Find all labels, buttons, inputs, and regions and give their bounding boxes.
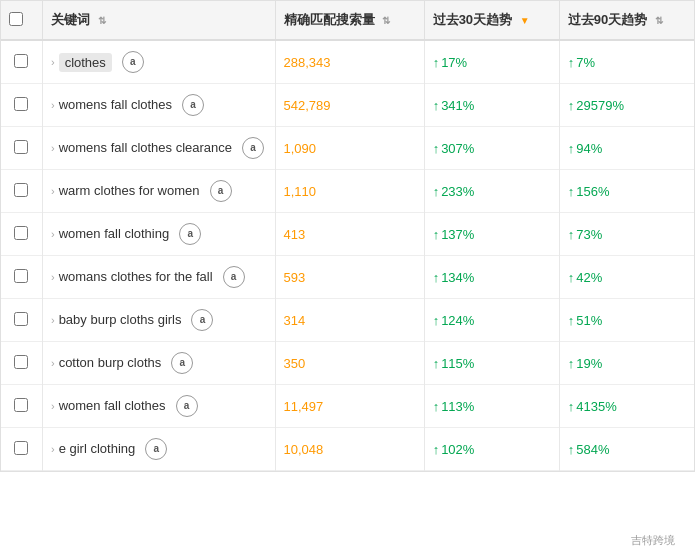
row-checkbox[interactable] (14, 398, 28, 412)
amazon-icon[interactable]: a (145, 438, 167, 460)
search-volume-cell: 11,497 (275, 385, 424, 428)
expand-chevron[interactable]: › (51, 443, 55, 455)
expand-chevron[interactable]: › (51, 271, 55, 283)
table-row: ›warm clothes for womena1,110233%156% (1, 170, 694, 213)
row-checkbox[interactable] (14, 226, 28, 240)
row-checkbox[interactable] (14, 97, 28, 111)
trend90-value: 19% (568, 356, 603, 371)
expand-chevron[interactable]: › (51, 142, 55, 154)
header-search-label: 精确匹配搜索量 (284, 12, 375, 27)
row-checkbox[interactable] (14, 54, 28, 68)
select-all-checkbox[interactable] (9, 12, 23, 26)
search-sort-icon[interactable]: ⇅ (382, 15, 390, 26)
keyword-text: womens fall clothes clearance (59, 139, 232, 157)
search-volume-cell: 1,090 (275, 127, 424, 170)
table-row: ›clothesa288,34317%7% (1, 40, 694, 84)
search-volume-value: 413 (284, 227, 306, 242)
trend90-cell: 29579% (559, 84, 694, 127)
trend90-value: 4135% (568, 399, 617, 414)
search-volume-value: 288,343 (284, 55, 331, 70)
header-search-vol[interactable]: 精确匹配搜索量 ⇅ (275, 1, 424, 40)
row-checkbox[interactable] (14, 312, 28, 326)
search-volume-value: 1,090 (284, 141, 317, 156)
amazon-icon[interactable]: a (182, 94, 204, 116)
amazon-icon[interactable]: a (122, 51, 144, 73)
row-checkbox[interactable] (14, 355, 28, 369)
trend90-cell: 94% (559, 127, 694, 170)
trend90-cell: 7% (559, 40, 694, 84)
trend90-cell: 156% (559, 170, 694, 213)
header-trend30[interactable]: 过去30天趋势 ▼ (424, 1, 559, 40)
trend30-value: 307% (433, 141, 475, 156)
search-volume-value: 314 (284, 313, 306, 328)
expand-chevron[interactable]: › (51, 228, 55, 240)
search-volume-value: 593 (284, 270, 306, 285)
row-checkbox[interactable] (14, 269, 28, 283)
expand-chevron[interactable]: › (51, 357, 55, 369)
search-volume-cell: 593 (275, 256, 424, 299)
amazon-icon[interactable]: a (210, 180, 232, 202)
keyword-cell: ›women fall clothesa (42, 385, 275, 428)
table-row: ›cotton burp clothsa350115%19% (1, 342, 694, 385)
trend90-cell: 4135% (559, 385, 694, 428)
keyword-text: women fall clothes (59, 397, 166, 415)
trend90-value: 51% (568, 313, 603, 328)
row-checkbox[interactable] (14, 183, 28, 197)
trend30-cell: 137% (424, 213, 559, 256)
expand-chevron[interactable]: › (51, 185, 55, 197)
row-checkbox-cell (1, 127, 42, 170)
header-keyword[interactable]: 关键词 ⇅ (42, 1, 275, 40)
keyword-table: 关键词 ⇅ 精确匹配搜索量 ⇅ 过去30天趋势 ▼ 过去90天趋势 ⇅ ›clo… (1, 1, 694, 471)
trend90-value: 29579% (568, 98, 624, 113)
search-volume-value: 10,048 (284, 442, 324, 457)
search-volume-cell: 314 (275, 299, 424, 342)
trend30-cell: 124% (424, 299, 559, 342)
trend90-value: 42% (568, 270, 603, 285)
header-keyword-label: 关键词 (51, 12, 90, 27)
keyword-text: womans clothes for the fall (59, 268, 213, 286)
trend30-value: 341% (433, 98, 475, 113)
expand-chevron[interactable]: › (51, 400, 55, 412)
keyword-table-container: 关键词 ⇅ 精确匹配搜索量 ⇅ 过去30天趋势 ▼ 过去90天趋势 ⇅ ›clo… (0, 0, 695, 472)
row-checkbox-cell (1, 385, 42, 428)
keyword-cell: ›clothesa (42, 40, 275, 84)
trend90-cell: 51% (559, 299, 694, 342)
expand-chevron[interactable]: › (51, 99, 55, 111)
trend90-cell: 73% (559, 213, 694, 256)
expand-chevron[interactable]: › (51, 314, 55, 326)
trend90-value: 584% (568, 442, 610, 457)
table-row: ›women fall clothinga413137%73% (1, 213, 694, 256)
search-volume-cell: 350 (275, 342, 424, 385)
amazon-icon[interactable]: a (242, 137, 264, 159)
keyword-cell: ›cotton burp clothsa (42, 342, 275, 385)
amazon-icon[interactable]: a (176, 395, 198, 417)
amazon-icon[interactable]: a (171, 352, 193, 374)
trend90-cell: 19% (559, 342, 694, 385)
row-checkbox[interactable] (14, 441, 28, 455)
row-checkbox[interactable] (14, 140, 28, 154)
row-checkbox-cell (1, 84, 42, 127)
trend90-value: 156% (568, 184, 610, 199)
table-row: ›womens fall clothes clearancea1,090307%… (1, 127, 694, 170)
amazon-icon[interactable]: a (191, 309, 213, 331)
trend90-sort-icon[interactable]: ⇅ (655, 15, 663, 26)
search-volume-cell: 1,110 (275, 170, 424, 213)
trend30-value: 113% (433, 399, 475, 414)
keyword-cell: ›women fall clothinga (42, 213, 275, 256)
table-row: ›baby burp cloths girlsa314124%51% (1, 299, 694, 342)
amazon-icon[interactable]: a (179, 223, 201, 245)
trend30-sort-icon[interactable]: ▼ (520, 15, 530, 26)
header-trend90[interactable]: 过去90天趋势 ⇅ (559, 1, 694, 40)
trend30-cell: 102% (424, 428, 559, 471)
trend30-value: 134% (433, 270, 475, 285)
table-row: ›womans clothes for the falla593134%42% (1, 256, 694, 299)
keyword-text: warm clothes for women (59, 182, 200, 200)
expand-chevron[interactable]: › (51, 56, 55, 68)
keyword-sort-icon[interactable]: ⇅ (98, 15, 106, 26)
trend30-value: 17% (433, 55, 468, 70)
trend90-value: 94% (568, 141, 603, 156)
trend30-cell: 113% (424, 385, 559, 428)
trend30-value: 102% (433, 442, 475, 457)
search-volume-cell: 10,048 (275, 428, 424, 471)
amazon-icon[interactable]: a (223, 266, 245, 288)
